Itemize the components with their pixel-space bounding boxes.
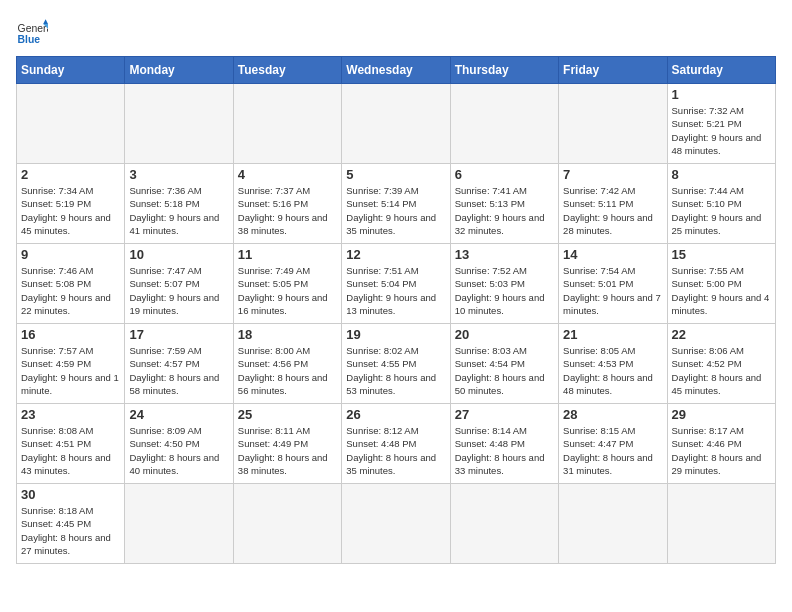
day-cell	[125, 84, 233, 164]
day-cell	[559, 484, 667, 564]
day-info: Sunrise: 8:15 AM Sunset: 4:47 PM Dayligh…	[563, 424, 662, 477]
day-info: Sunrise: 7:52 AM Sunset: 5:03 PM Dayligh…	[455, 264, 554, 317]
day-cell: 29Sunrise: 8:17 AM Sunset: 4:46 PM Dayli…	[667, 404, 775, 484]
weekday-header-saturday: Saturday	[667, 57, 775, 84]
day-info: Sunrise: 7:44 AM Sunset: 5:10 PM Dayligh…	[672, 184, 771, 237]
day-cell: 5Sunrise: 7:39 AM Sunset: 5:14 PM Daylig…	[342, 164, 450, 244]
day-cell	[559, 84, 667, 164]
day-info: Sunrise: 7:36 AM Sunset: 5:18 PM Dayligh…	[129, 184, 228, 237]
day-cell: 24Sunrise: 8:09 AM Sunset: 4:50 PM Dayli…	[125, 404, 233, 484]
day-cell: 12Sunrise: 7:51 AM Sunset: 5:04 PM Dayli…	[342, 244, 450, 324]
day-cell: 17Sunrise: 7:59 AM Sunset: 4:57 PM Dayli…	[125, 324, 233, 404]
day-cell: 1Sunrise: 7:32 AM Sunset: 5:21 PM Daylig…	[667, 84, 775, 164]
day-cell: 20Sunrise: 8:03 AM Sunset: 4:54 PM Dayli…	[450, 324, 558, 404]
day-cell: 13Sunrise: 7:52 AM Sunset: 5:03 PM Dayli…	[450, 244, 558, 324]
day-number: 17	[129, 327, 228, 342]
day-number: 8	[672, 167, 771, 182]
day-cell	[450, 84, 558, 164]
day-number: 1	[672, 87, 771, 102]
day-cell: 14Sunrise: 7:54 AM Sunset: 5:01 PM Dayli…	[559, 244, 667, 324]
day-cell	[667, 484, 775, 564]
weekday-header-wednesday: Wednesday	[342, 57, 450, 84]
day-number: 14	[563, 247, 662, 262]
day-info: Sunrise: 8:08 AM Sunset: 4:51 PM Dayligh…	[21, 424, 120, 477]
day-info: Sunrise: 7:34 AM Sunset: 5:19 PM Dayligh…	[21, 184, 120, 237]
weekday-header-monday: Monday	[125, 57, 233, 84]
day-number: 4	[238, 167, 337, 182]
day-number: 13	[455, 247, 554, 262]
day-cell	[233, 84, 341, 164]
day-info: Sunrise: 8:09 AM Sunset: 4:50 PM Dayligh…	[129, 424, 228, 477]
day-number: 28	[563, 407, 662, 422]
day-info: Sunrise: 7:39 AM Sunset: 5:14 PM Dayligh…	[346, 184, 445, 237]
day-info: Sunrise: 8:02 AM Sunset: 4:55 PM Dayligh…	[346, 344, 445, 397]
day-info: Sunrise: 7:47 AM Sunset: 5:07 PM Dayligh…	[129, 264, 228, 317]
day-cell	[342, 484, 450, 564]
day-info: Sunrise: 8:12 AM Sunset: 4:48 PM Dayligh…	[346, 424, 445, 477]
day-cell: 2Sunrise: 7:34 AM Sunset: 5:19 PM Daylig…	[17, 164, 125, 244]
day-info: Sunrise: 8:06 AM Sunset: 4:52 PM Dayligh…	[672, 344, 771, 397]
day-cell: 3Sunrise: 7:36 AM Sunset: 5:18 PM Daylig…	[125, 164, 233, 244]
day-number: 27	[455, 407, 554, 422]
day-number: 5	[346, 167, 445, 182]
day-info: Sunrise: 7:57 AM Sunset: 4:59 PM Dayligh…	[21, 344, 120, 397]
day-number: 20	[455, 327, 554, 342]
day-info: Sunrise: 8:14 AM Sunset: 4:48 PM Dayligh…	[455, 424, 554, 477]
header: General Blue	[16, 16, 776, 48]
day-cell	[17, 84, 125, 164]
day-cell: 4Sunrise: 7:37 AM Sunset: 5:16 PM Daylig…	[233, 164, 341, 244]
day-number: 3	[129, 167, 228, 182]
weekday-header-row: SundayMondayTuesdayWednesdayThursdayFrid…	[17, 57, 776, 84]
day-cell: 19Sunrise: 8:02 AM Sunset: 4:55 PM Dayli…	[342, 324, 450, 404]
day-number: 19	[346, 327, 445, 342]
day-cell: 10Sunrise: 7:47 AM Sunset: 5:07 PM Dayli…	[125, 244, 233, 324]
day-info: Sunrise: 7:32 AM Sunset: 5:21 PM Dayligh…	[672, 104, 771, 157]
day-info: Sunrise: 8:05 AM Sunset: 4:53 PM Dayligh…	[563, 344, 662, 397]
day-info: Sunrise: 7:42 AM Sunset: 5:11 PM Dayligh…	[563, 184, 662, 237]
week-row-3: 9Sunrise: 7:46 AM Sunset: 5:08 PM Daylig…	[17, 244, 776, 324]
day-number: 29	[672, 407, 771, 422]
day-number: 7	[563, 167, 662, 182]
day-cell: 18Sunrise: 8:00 AM Sunset: 4:56 PM Dayli…	[233, 324, 341, 404]
day-number: 11	[238, 247, 337, 262]
day-cell: 6Sunrise: 7:41 AM Sunset: 5:13 PM Daylig…	[450, 164, 558, 244]
week-row-1: 1Sunrise: 7:32 AM Sunset: 5:21 PM Daylig…	[17, 84, 776, 164]
day-info: Sunrise: 7:41 AM Sunset: 5:13 PM Dayligh…	[455, 184, 554, 237]
day-info: Sunrise: 7:46 AM Sunset: 5:08 PM Dayligh…	[21, 264, 120, 317]
day-info: Sunrise: 8:03 AM Sunset: 4:54 PM Dayligh…	[455, 344, 554, 397]
day-cell: 23Sunrise: 8:08 AM Sunset: 4:51 PM Dayli…	[17, 404, 125, 484]
day-info: Sunrise: 7:37 AM Sunset: 5:16 PM Dayligh…	[238, 184, 337, 237]
svg-marker-2	[43, 19, 48, 24]
day-number: 30	[21, 487, 120, 502]
day-info: Sunrise: 8:11 AM Sunset: 4:49 PM Dayligh…	[238, 424, 337, 477]
day-cell	[125, 484, 233, 564]
svg-text:Blue: Blue	[18, 34, 41, 45]
day-number: 9	[21, 247, 120, 262]
day-info: Sunrise: 7:49 AM Sunset: 5:05 PM Dayligh…	[238, 264, 337, 317]
day-number: 21	[563, 327, 662, 342]
day-number: 2	[21, 167, 120, 182]
day-cell: 8Sunrise: 7:44 AM Sunset: 5:10 PM Daylig…	[667, 164, 775, 244]
day-number: 23	[21, 407, 120, 422]
week-row-5: 23Sunrise: 8:08 AM Sunset: 4:51 PM Dayli…	[17, 404, 776, 484]
week-row-4: 16Sunrise: 7:57 AM Sunset: 4:59 PM Dayli…	[17, 324, 776, 404]
week-row-2: 2Sunrise: 7:34 AM Sunset: 5:19 PM Daylig…	[17, 164, 776, 244]
day-number: 18	[238, 327, 337, 342]
day-cell: 9Sunrise: 7:46 AM Sunset: 5:08 PM Daylig…	[17, 244, 125, 324]
day-number: 26	[346, 407, 445, 422]
day-cell: 30Sunrise: 8:18 AM Sunset: 4:45 PM Dayli…	[17, 484, 125, 564]
weekday-header-friday: Friday	[559, 57, 667, 84]
day-cell: 22Sunrise: 8:06 AM Sunset: 4:52 PM Dayli…	[667, 324, 775, 404]
day-cell	[342, 84, 450, 164]
day-info: Sunrise: 8:18 AM Sunset: 4:45 PM Dayligh…	[21, 504, 120, 557]
day-cell: 7Sunrise: 7:42 AM Sunset: 5:11 PM Daylig…	[559, 164, 667, 244]
day-number: 6	[455, 167, 554, 182]
day-number: 15	[672, 247, 771, 262]
day-number: 24	[129, 407, 228, 422]
day-info: Sunrise: 8:17 AM Sunset: 4:46 PM Dayligh…	[672, 424, 771, 477]
day-cell: 16Sunrise: 7:57 AM Sunset: 4:59 PM Dayli…	[17, 324, 125, 404]
day-cell: 28Sunrise: 8:15 AM Sunset: 4:47 PM Dayli…	[559, 404, 667, 484]
day-cell: 25Sunrise: 8:11 AM Sunset: 4:49 PM Dayli…	[233, 404, 341, 484]
week-row-6: 30Sunrise: 8:18 AM Sunset: 4:45 PM Dayli…	[17, 484, 776, 564]
day-cell: 11Sunrise: 7:49 AM Sunset: 5:05 PM Dayli…	[233, 244, 341, 324]
